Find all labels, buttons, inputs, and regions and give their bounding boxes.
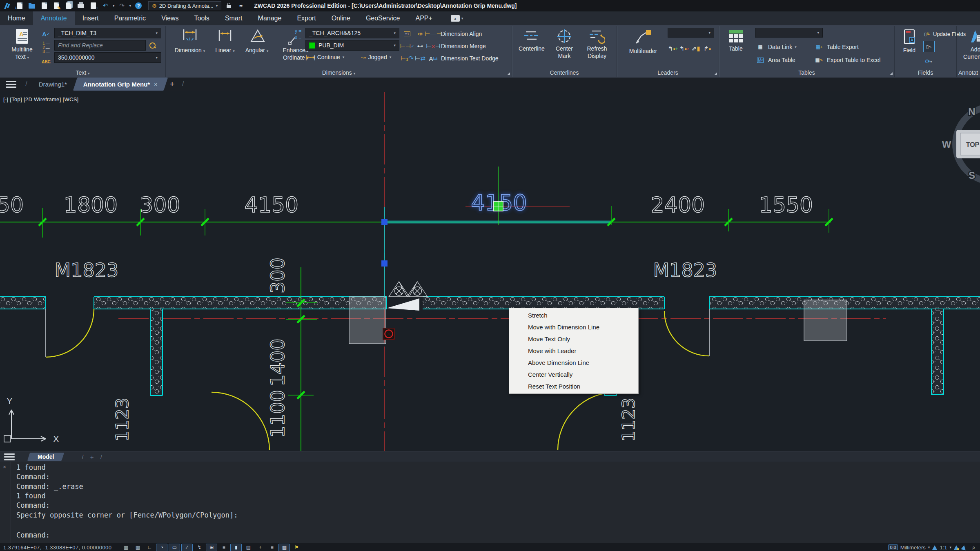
command-prompt[interactable]: Command: bbox=[16, 531, 50, 539]
auto-scale-icon[interactable] bbox=[961, 544, 967, 550]
snap-toggle-icon[interactable]: ▦ bbox=[132, 544, 143, 551]
dim-text-1550[interactable]: 1550 bbox=[759, 193, 813, 217]
tab-views[interactable]: Views bbox=[154, 11, 186, 25]
dim-text-50[interactable]: 50 bbox=[0, 193, 24, 217]
grip-text-active[interactable] bbox=[493, 201, 503, 211]
menu-item-center-vertically[interactable]: Center Vertically bbox=[509, 369, 638, 380]
isolate-objects-icon[interactable]: ≡ bbox=[267, 544, 277, 551]
dim-text-1800[interactable]: 1800 bbox=[64, 193, 118, 217]
tab-manage[interactable]: Manage bbox=[250, 11, 290, 25]
grid-toggle-icon[interactable]: ▦ bbox=[120, 544, 131, 551]
table-style-combobox[interactable]: ▾ bbox=[755, 28, 823, 38]
menu-item-stretch[interactable]: Stretch bbox=[509, 309, 638, 321]
jogged-dimension-button[interactable]: ↝Jogged▾ bbox=[361, 54, 391, 60]
mark-1123-left[interactable]: 1123 bbox=[112, 398, 132, 442]
file-tab-annotation-grip-menu[interactable]: Annotation Grip Menu*× bbox=[73, 78, 168, 91]
file-menu-icon[interactable] bbox=[6, 81, 16, 88]
centerline-button[interactable]: Centerline bbox=[515, 29, 548, 53]
dimension-text-dodge-button[interactable]: ⊢₃↷ ⊢⇄ At⇄ Dimension Text Dodge bbox=[402, 53, 499, 64]
viewcube-top[interactable]: TOP bbox=[966, 141, 980, 148]
tab-tools[interactable]: Tools bbox=[187, 11, 217, 25]
model-tab[interactable]: Model bbox=[27, 453, 65, 461]
dim-text-300[interactable]: 300 bbox=[140, 193, 180, 217]
panel-label-centerlines[interactable]: Centerlines bbox=[512, 69, 617, 76]
add-selected-icon[interactable]: + bbox=[255, 544, 265, 551]
units-label[interactable]: Millimeters bbox=[900, 544, 926, 551]
numbered-list-icon[interactable]: 123——— bbox=[41, 42, 51, 53]
dim-text-v1100[interactable]: 1100 bbox=[267, 390, 289, 438]
dim-text-2400[interactable]: 2400 bbox=[651, 193, 705, 217]
panel-label-tables[interactable]: Tables bbox=[719, 69, 894, 76]
table-export-button[interactable]: ▦+ Table Export bbox=[814, 42, 859, 52]
menu-item-move-with-leader[interactable]: Move with Leader bbox=[509, 345, 638, 357]
linetype-icon[interactable]: ∕ bbox=[181, 544, 193, 551]
dim-text-v1400[interactable]: 1400 bbox=[267, 338, 289, 386]
save-as-icon[interactable]: ✎ bbox=[51, 1, 61, 10]
collect-leaders-icon[interactable]: ↱▪ bbox=[702, 43, 713, 54]
dim-layer-combobox[interactable]: PUB_DIM▾ bbox=[305, 40, 399, 51]
multiline-text-button[interactable]: A MultilineText ▾ bbox=[4, 28, 40, 60]
dimension-align-button[interactable]: +1 ⇹ ⊢—⊣ Dimension Align bbox=[402, 29, 482, 39]
align-leaders-icon[interactable]: ⇗▮ bbox=[690, 43, 701, 54]
text-height-combobox[interactable]: 350.00000000▾ bbox=[54, 52, 161, 63]
tab-home[interactable]: Home bbox=[0, 11, 33, 25]
help-icon[interactable]: ? bbox=[134, 1, 143, 10]
remove-leader-icon[interactable]: ↰▪× bbox=[679, 43, 690, 54]
mark-m1823-right[interactable]: M1823 bbox=[653, 259, 717, 281]
panel-label-fields[interactable]: Fields bbox=[895, 69, 956, 76]
grip-mid[interactable] bbox=[381, 260, 388, 267]
redo-caret-icon[interactable]: ▾ bbox=[129, 4, 131, 8]
annotation-visibility-icon[interactable] bbox=[954, 545, 959, 550]
find-replace-input[interactable] bbox=[54, 40, 146, 51]
dim-text-4150[interactable]: 4150 bbox=[245, 193, 298, 217]
dim-style-combobox[interactable]: _TCH_ARCH&&125▾ bbox=[305, 28, 399, 38]
units-caret-icon[interactable]: ▾ bbox=[928, 545, 930, 549]
continue-dimension-button[interactable]: |⇤⇥| Continue▾ bbox=[305, 54, 344, 60]
add-leader-icon[interactable]: ↰▪+ bbox=[668, 43, 678, 54]
hardware-acceleration-icon[interactable]: ▦ bbox=[278, 544, 290, 551]
tab-annotate[interactable]: Annotate bbox=[33, 11, 75, 25]
export-excel-button[interactable]: ▦✎ Export Table to Excel bbox=[814, 55, 880, 65]
field-display-toggle-icon[interactable]: ▯↖ bbox=[923, 41, 935, 52]
file-tab-drawing1[interactable]: Drawing1* bbox=[31, 78, 75, 91]
viewcube-n[interactable]: N bbox=[968, 106, 975, 117]
menu-item-reset-text-position[interactable]: Reset Text Position bbox=[509, 380, 638, 392]
refresh-display-button[interactable]: RefreshDisplay bbox=[581, 29, 613, 60]
copy-icon[interactable] bbox=[64, 1, 74, 10]
text-style-icon[interactable]: A✓ bbox=[41, 29, 51, 39]
menu-item-move-with-dimension-line[interactable]: Move with Dimension Line bbox=[509, 321, 638, 333]
panel-label-annotation[interactable]: Annotat bbox=[957, 69, 980, 76]
dynamic-input-icon[interactable]: ⊞ bbox=[206, 544, 217, 551]
leaders-dialog-launcher[interactable] bbox=[714, 72, 717, 75]
tab-insert[interactable]: Insert bbox=[75, 11, 107, 25]
menu-item-above-dimension-line[interactable]: Above Dimension Line bbox=[509, 357, 638, 369]
area-table-button[interactable]: M² Area Table bbox=[755, 55, 795, 65]
undo-icon[interactable]: ↶ bbox=[100, 1, 110, 10]
new-layout-icon[interactable]: / + / bbox=[82, 453, 104, 460]
qat-more-icon[interactable]: ≂ bbox=[236, 1, 246, 10]
command-close-icon[interactable]: × bbox=[3, 464, 6, 470]
menu-item-move-text-only[interactable]: Move Text Only bbox=[509, 333, 638, 345]
quick-properties-icon[interactable]: ▮ bbox=[230, 544, 242, 551]
multileader-button[interactable]: Multileader bbox=[622, 28, 664, 55]
lineweight-icon[interactable]: ≡ bbox=[218, 544, 229, 551]
scale-caret-icon[interactable]: ▾ bbox=[949, 545, 951, 549]
text-style-combobox[interactable]: _TCH_DIM_T3▾ bbox=[54, 28, 161, 38]
panel-label-leaders[interactable]: Leaders bbox=[617, 69, 719, 76]
angular-dimension-button[interactable]: Angular ▾ bbox=[241, 28, 273, 54]
field-button[interactable]: A Field bbox=[898, 29, 921, 54]
viewcube[interactable]: TOP N W S bbox=[942, 106, 980, 182]
tab-online[interactable]: Online bbox=[324, 11, 358, 25]
object-snap-icon[interactable]: ▭ bbox=[169, 544, 180, 551]
print-icon[interactable] bbox=[76, 1, 86, 10]
tab-export[interactable]: Export bbox=[289, 11, 323, 25]
undo-caret-icon[interactable]: ▾ bbox=[113, 4, 115, 8]
panel-dialog-launcher[interactable] bbox=[507, 72, 510, 75]
panel-label-text[interactable]: Text ▾ bbox=[0, 69, 165, 76]
new-file-icon[interactable]: + bbox=[15, 1, 24, 10]
viewcube-w[interactable]: W bbox=[942, 139, 951, 150]
table-button[interactable]: Table bbox=[723, 29, 748, 53]
annotation-scale-icon[interactable] bbox=[932, 545, 937, 550]
center-mark-button[interactable]: + CenterMark bbox=[550, 29, 579, 60]
tab-parametric[interactable]: Parametric bbox=[107, 11, 154, 25]
